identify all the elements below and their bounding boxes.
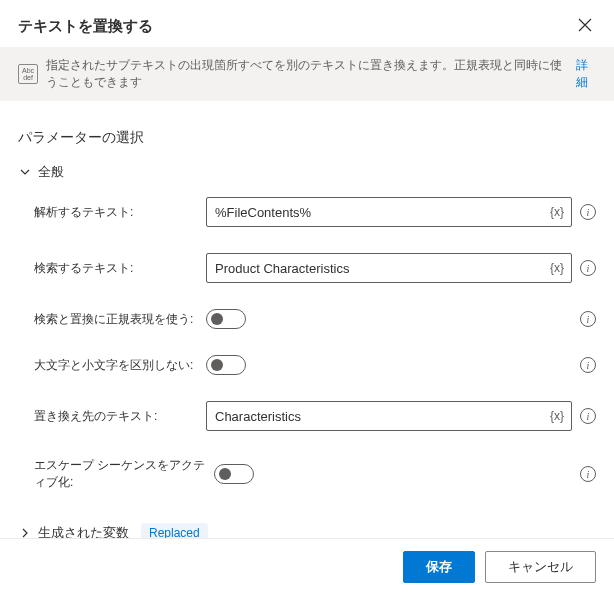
param-escape-seq: エスケープ シーケンスをアクティブ化: i (34, 457, 596, 491)
variable-picker-button[interactable]: {x} (546, 405, 568, 427)
info-bar: Abcdef 指定されたサブテキストの出現箇所すべてを別のテキストに置き換えます… (0, 47, 614, 101)
params-general: 解析するテキスト: {x} i 検索するテキスト: {x} i 検索と置換に正規… (0, 187, 614, 491)
parse-text-input[interactable] (206, 197, 572, 227)
replace-text-input[interactable] (206, 401, 572, 431)
param-replace-text: 置き換え先のテキスト: {x} i (34, 401, 596, 431)
chevron-down-icon (18, 165, 32, 179)
group-general-label: 全般 (38, 163, 64, 181)
param-label: エスケープ シーケンスをアクティブ化: (34, 457, 214, 491)
variable-picker-button[interactable]: {x} (546, 201, 568, 223)
ignore-case-toggle[interactable] (206, 355, 246, 375)
param-label: 大文字と小文字を区別しない: (34, 357, 206, 374)
dialog-title: テキストを置換する (18, 17, 153, 36)
param-label: 置き換え先のテキスト: (34, 408, 206, 425)
param-parse-text: 解析するテキスト: {x} i (34, 197, 596, 227)
param-search-text: 検索するテキスト: {x} i (34, 253, 596, 283)
info-icon-button[interactable]: i (580, 408, 596, 424)
save-button[interactable]: 保存 (403, 551, 475, 583)
close-icon (578, 18, 592, 32)
search-text-input[interactable] (206, 253, 572, 283)
param-label: 検索と置換に正規表現を使う: (34, 311, 206, 328)
param-label: 検索するテキスト: (34, 260, 206, 277)
group-general[interactable]: 全般 (0, 157, 614, 187)
use-regex-toggle[interactable] (206, 309, 246, 329)
info-link[interactable]: 詳細 (576, 57, 596, 91)
info-icon-button[interactable]: i (580, 260, 596, 276)
cancel-button[interactable]: キャンセル (485, 551, 596, 583)
info-icon-button[interactable]: i (580, 204, 596, 220)
dialog-footer: 保存 キャンセル (0, 538, 614, 595)
replace-text-icon: Abcdef (18, 64, 38, 84)
info-text: 指定されたサブテキストの出現箇所すべてを別のテキストに置き換えます。正規表現と同… (46, 57, 564, 91)
param-use-regex: 検索と置換に正規表現を使う: i (34, 309, 596, 329)
info-icon-button[interactable]: i (580, 311, 596, 327)
dialog-header: テキストを置換する (0, 0, 614, 47)
escape-seq-toggle[interactable] (214, 464, 254, 484)
variable-picker-button[interactable]: {x} (546, 257, 568, 279)
param-ignore-case: 大文字と小文字を区別しない: i (34, 355, 596, 375)
info-icon-button[interactable]: i (580, 466, 596, 482)
section-title: パラメーターの選択 (0, 101, 614, 157)
param-label: 解析するテキスト: (34, 204, 206, 221)
info-icon-button[interactable]: i (580, 357, 596, 373)
close-button[interactable] (574, 14, 596, 39)
